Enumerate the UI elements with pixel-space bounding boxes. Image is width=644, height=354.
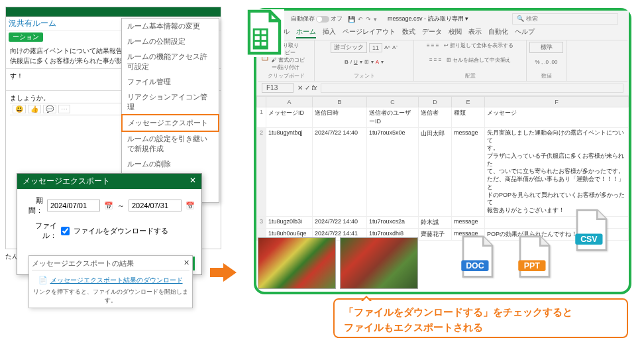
svg-rect-5: [255, 42, 260, 46]
undo-icon[interactable]: ↶: [358, 16, 363, 23]
calendar-icon[interactable]: 📅: [104, 202, 113, 210]
arrow-right: [210, 268, 225, 277]
dialog-titlebar: メッセージエクスポート ✕: [17, 174, 201, 189]
filename: message.csv - 読み取り専用 ▾: [388, 15, 468, 23]
font-name[interactable]: 游ゴシック: [331, 42, 367, 53]
svg-rect-1: [255, 30, 260, 34]
checkbox-label: ファイルをダウンロードする: [74, 226, 168, 236]
chat-titlebar: [6, 7, 221, 17]
dd-clone[interactable]: ルームの設定を引き継いで新規作成: [122, 131, 219, 156]
font-size[interactable]: 11: [369, 43, 382, 52]
dd-files[interactable]: ファイル管理: [122, 74, 219, 89]
dd-public[interactable]: ルームの公開設定: [122, 34, 219, 49]
download-checkbox[interactable]: [61, 227, 70, 235]
formula-bar: F13 ✕ ✓ fx: [258, 82, 627, 94]
date-to[interactable]: [129, 200, 182, 211]
dd-basic[interactable]: ルーム基本情報の変更: [122, 19, 219, 34]
svg-rect-3: [255, 36, 260, 40]
number-format[interactable]: 標準: [529, 42, 563, 53]
ppt-file-icon: PPT: [516, 235, 553, 280]
formula-input[interactable]: [321, 84, 623, 93]
tab-insert[interactable]: 挿入: [323, 27, 336, 38]
format-painter[interactable]: 🖌 書式のコピー/貼り付け: [272, 56, 311, 71]
svg-text:CSV: CSV: [580, 235, 598, 244]
save-icon[interactable]: 💾: [348, 16, 355, 23]
excel-file-icon: [244, 9, 284, 57]
download-link[interactable]: メッセージエクスポート結果のダウンロード: [50, 276, 183, 284]
search-box[interactable]: 🔍 検索: [512, 13, 618, 25]
date-from[interactable]: [47, 200, 100, 211]
file-label: ファイル：: [24, 221, 57, 241]
merge-button[interactable]: ⊞ セルを結合して中央揃え: [447, 56, 511, 64]
result-note: リンクを押下すると、ファイルのダウンロードを開始します。: [32, 288, 189, 305]
dd-access[interactable]: ルームの機能アクセス許可設定: [122, 49, 219, 74]
csv-file-icon: CSV: [573, 208, 610, 253]
room-name[interactable]: 況共有ルーム: [9, 18, 56, 29]
autosave-toggle[interactable]: 自動保存オフ: [291, 15, 343, 23]
group-number: 標準 % , .0 .00 数値: [527, 40, 566, 81]
tab-view[interactable]: 表示: [468, 27, 482, 38]
dialog-title: メッセージエクスポート: [23, 176, 110, 187]
close-icon[interactable]: ✕: [189, 176, 196, 187]
tab-help[interactable]: ヘルプ: [515, 27, 535, 38]
tab-formula[interactable]: 数式: [402, 27, 415, 38]
dd-reaction[interactable]: リアクションアイコン管理: [122, 89, 219, 115]
name-box[interactable]: F13: [262, 83, 294, 93]
svg-rect-2: [262, 30, 266, 34]
callout-note: 「ファイルをダウンロードする」をチェックすると ファイルもエクスポートされる: [333, 298, 628, 338]
dd-delete[interactable]: ルームの削除: [122, 156, 219, 172]
image-1: [258, 237, 336, 289]
excel-window: 自動保存オフ 💾↶↷▾ message.csv - 読み取り専用 ▾ 🔍 検索 …: [254, 8, 631, 294]
dd-export[interactable]: メッセージエクスポート: [121, 114, 219, 132]
group-align: ≡ ≡ ≡ ↩ 折り返して全体を表示する ≡ ≡ ≡ ⊞ セルを結合して中央揃え…: [414, 40, 527, 81]
svg-text:DOC: DOC: [466, 261, 484, 270]
svg-text:PPT: PPT: [524, 261, 540, 270]
export-result: メッセージエクスポートの結果✕ 📄 メッセージエクスポート結果のダウンロード リ…: [28, 255, 193, 308]
arrow-right-head: [223, 263, 237, 282]
wrap-button[interactable]: ↩ 折り返して全体を表示する: [444, 42, 513, 49]
close-icon[interactable]: ✕: [184, 259, 189, 268]
image-2: [340, 237, 418, 289]
svg-rect-4: [262, 36, 266, 40]
tab-data[interactable]: データ: [422, 27, 442, 38]
doc-file-icon: DOC: [459, 235, 496, 280]
result-title: メッセージエクスポートの結果: [32, 259, 134, 268]
tab-layout[interactable]: ページレイアウト: [343, 27, 396, 38]
calendar-icon[interactable]: 📅: [186, 202, 195, 210]
tab-review[interactable]: 校閲: [449, 27, 462, 38]
tab-home[interactable]: ホーム: [296, 27, 316, 38]
tab-auto[interactable]: 自動化: [488, 27, 508, 38]
ribbon-tabs: ファイル ホーム 挿入 ページレイアウト 数式 データ 校閲 表示 自動化 ヘル…: [258, 26, 627, 40]
attached-images: [258, 237, 418, 289]
redo-icon[interactable]: ↷: [366, 16, 371, 23]
group-font: 游ゴシック11A^Aˇ B I U ▾ ⊞ ▾ A ▾ フォント: [315, 40, 414, 81]
period-label: 期間：: [24, 196, 43, 215]
svg-rect-6: [262, 42, 266, 46]
status-badge: ーション: [9, 32, 43, 42]
